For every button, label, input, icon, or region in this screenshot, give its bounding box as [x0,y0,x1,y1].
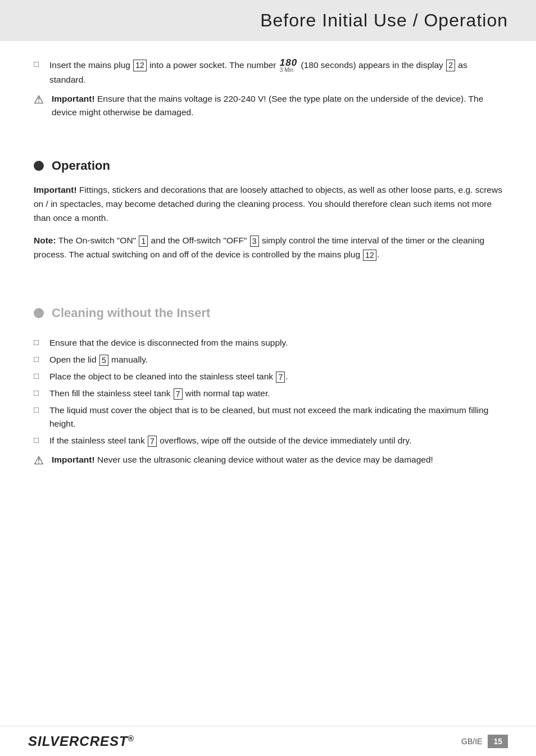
section-bullet [34,161,44,171]
gap2 [34,273,502,290]
bullet-marker: □ [34,404,49,414]
display-big: 180 [280,58,297,67]
brand-name: SilverCrest® [28,735,135,749]
warning-label: Important! [52,94,95,103]
bullet-marker: □ [34,370,49,381]
bullet-marker: □ [34,336,49,347]
operation-heading: Operation [34,159,502,173]
content-area: □ Insert the mains plug 12 into a power … [0,41,536,491]
ref-lid-5: 5 [99,355,108,366]
list-item: □ Then fill the stainless steel tank 7 w… [34,387,502,400]
page-header: Before Initial Use / Operation [0,0,536,41]
operation-note: Note: The On-switch "ON" 1 and the Off-s… [34,234,502,262]
brand-logo: SilverCrest® [28,734,135,749]
list-item: □ Open the lid 5 manually. [34,353,502,366]
page-number: 15 [488,735,508,748]
list-item: □ The liquid must cover the object that … [34,404,502,431]
operation-title: Operation [52,159,110,173]
warning-body: Ensure that the mains voltage is 220-240… [52,94,483,117]
intro-warning: ⚠ Important! Ensure that the mains volta… [34,92,502,119]
bullet-text: Then fill the stainless steel tank 7 wit… [49,387,502,400]
warning-text: Important! Ensure that the mains voltage… [52,92,502,119]
warning-icon: ⚠ [34,92,52,106]
list-item: □ Place the object to be cleaned into th… [34,370,502,383]
op-important-label: Important! [34,185,77,194]
list-item: □ If the stainless steel tank 7 overflow… [34,434,502,447]
ref-off-3: 3 [250,236,259,247]
gap1 [34,126,502,143]
display-small: 3 Min [280,67,293,73]
cleaning-warning-label: Important! [52,455,95,464]
ref-tank-7a: 7 [276,372,285,383]
bullet-marker: □ [34,58,49,69]
cleaning-title: Cleaning without the Insert [52,306,210,320]
bullet-text: Place the object to be cleaned into the … [49,370,502,383]
cleaning-list: □ Ensure that the device is disconnected… [34,336,502,447]
bullet-text: The liquid must cover the object that is… [49,404,502,431]
bullet-marker: □ [34,387,49,397]
list-item: □ Ensure that the device is disconnected… [34,336,502,350]
bullet-marker: □ [34,434,49,445]
ref-plug-12: 12 [363,250,376,261]
display-180: 180 3 Min [280,58,297,73]
ref-2: 2 [446,60,455,71]
page-info: GB/IE 15 [461,735,508,748]
bullet-text: Insert the mains plug 12 into a power so… [49,58,502,87]
cleaning-warning-icon: ⚠ [34,453,52,467]
page: Before Initial Use / Operation □ Insert … [0,0,536,756]
operation-important: Important! Fittings, stickers and decora… [34,183,502,225]
ref-tank-7c: 7 [148,436,157,447]
cleaning-warning-text: Important! Never use the ultrasonic clea… [52,453,502,467]
op-important-text: Fittings, stickers and decorations that … [34,185,502,223]
locale-label: GB/IE [461,737,482,746]
reg-mark: ® [128,734,135,743]
gap3 [34,331,502,336]
intro-list: □ Insert the mains plug 12 into a power … [34,58,502,87]
page-title: Before Initial Use / Operation [28,10,508,31]
cleaning-heading: Cleaning without the Insert [34,306,502,320]
bullet-marker: □ [34,353,49,364]
ref-tank-7b: 7 [174,388,183,400]
note-label: Note: [34,236,56,245]
ref-on-1: 1 [139,236,148,247]
bullet-text: Ensure that the device is disconnected f… [49,336,502,350]
page-footer: SilverCrest® GB/IE 15 [0,726,536,756]
cleaning-warning-body: Never use the ultrasonic cleaning device… [97,455,433,464]
bullet-text: If the stainless steel tank 7 overflows,… [49,434,502,447]
list-item: □ Insert the mains plug 12 into a power … [34,58,502,87]
cleaning-warning: ⚠ Important! Never use the ultrasonic cl… [34,453,502,467]
ref-12: 12 [133,60,147,71]
cleaning-bullet [34,308,44,318]
bullet-text: Open the lid 5 manually. [49,353,502,366]
